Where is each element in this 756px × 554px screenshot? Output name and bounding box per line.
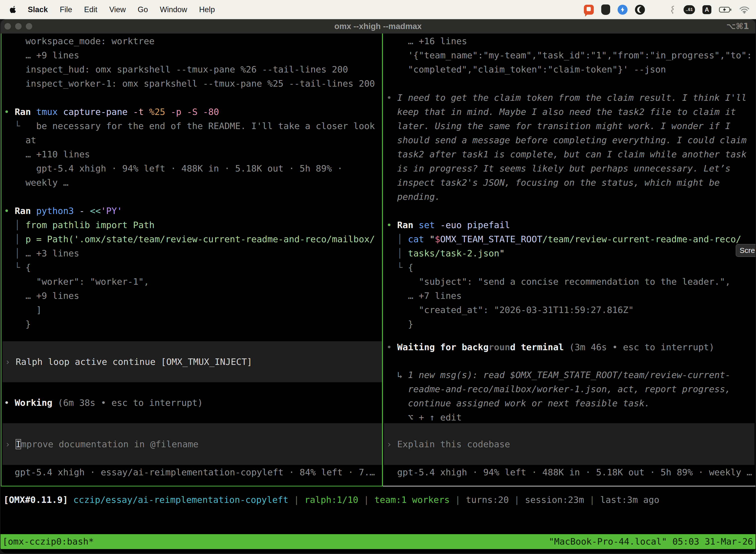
- battery-charging-icon[interactable]: [719, 6, 732, 13]
- titlebar[interactable]: omx --xhigh --madmax ⌥⌘1: [0, 19, 756, 34]
- session-footer-left: gpt-5.4 xhigh · essay/ai-reimplementatio…: [1, 465, 382, 479]
- terminal-row: ↳ 1 new msg(s): read $OMX_TEAM_STATE_ROO…: [386, 368, 756, 382]
- terminal-row: [386, 76, 756, 91]
- terminal-row: "worker": "worker-1",: [4, 275, 382, 289]
- pane-border-left: [1, 34, 1, 487]
- badge-61-icon[interactable]: ..61: [684, 5, 695, 14]
- terminal-row: }: [386, 317, 756, 331]
- terminal-row: [386, 204, 756, 218]
- terminal-row: … +9 lines: [4, 48, 382, 62]
- terminal-row: ⌥ + ↑ edit: [386, 410, 756, 425]
- waiting-status: • Waiting for background terminal (3m 46…: [384, 340, 756, 354]
- shield-grid-icon[interactable]: [601, 4, 610, 15]
- terminal-row: • I need to get the claim token from the…: [386, 91, 756, 105]
- messenger-bolt-icon[interactable]: [618, 5, 628, 15]
- terminal-window: omx --xhigh --madmax ⌥⌘1 workspace_mode:…: [0, 19, 756, 553]
- tmux-status-bar: [omx-cczip0:bash* "MacBook-Pro-44.local"…: [0, 534, 756, 549]
- terminal-row: │ from pathlib import Path: [4, 218, 382, 232]
- close-button[interactable]: [4, 23, 11, 30]
- terminal-row: │ … +3 lines: [4, 246, 382, 260]
- terminal-row: [4, 91, 382, 105]
- terminal-row: "completed","claim_token":"claim-token"}…: [386, 62, 756, 76]
- wifi-icon[interactable]: [739, 6, 750, 14]
- terminal-row: … +9 lines: [4, 289, 382, 303]
- terminal-row: └ {: [4, 260, 382, 275]
- working-status: • Working (6m 38s • esc to interrupt): [1, 396, 382, 410]
- window-shortcut: ⌥⌘1: [726, 19, 749, 34]
- apple-logo-icon[interactable]: [9, 5, 17, 14]
- terminal-row: pending.: [386, 189, 756, 204]
- minimize-button[interactable]: [15, 23, 21, 30]
- terminal-row: └ {: [386, 260, 756, 275]
- terminal-row: … +110 lines: [4, 147, 382, 161]
- terminal-row: │ p = Path('.omx/state/team/review-curre…: [4, 232, 382, 246]
- terminal: workspace_mode: worktree … +9 lines insp…: [0, 34, 756, 553]
- terminal-row: inspect task2's JSON, focusing on the st…: [386, 175, 756, 189]
- pane-right[interactable]: … +16 lines '{"team_name":"my-team","tas…: [384, 34, 756, 486]
- chat-app-icon[interactable]: [584, 5, 594, 15]
- prompt-input-left[interactable]: › Improve documentation in @filename: [2, 423, 382, 465]
- desktop: SlackFileEditViewGoWindowHelp ..61A omx …: [0, 0, 756, 554]
- terminal-row: workspace_mode: worktree: [4, 34, 382, 48]
- terminal-row: "subject": "send a concise recommendatio…: [386, 275, 756, 289]
- terminal-row: … +7 lines: [386, 289, 756, 303]
- tmux-host-clock: "MacBook-Pro-44.local" 05:03 31-Mar-26: [549, 534, 753, 549]
- terminal-row: └ be necessary for the end of the README…: [4, 119, 382, 133]
- traffic-lights: [4, 23, 32, 30]
- seahorse-icon[interactable]: [670, 5, 676, 15]
- terminal-row: inspect_worker-1: omx sparkshell --tmux-…: [4, 76, 382, 91]
- session-footer-right: gpt-5.4 xhigh · 94% left · 488K in · 5.1…: [384, 465, 756, 479]
- pane-right-bottom-border: [383, 486, 756, 487]
- terminal-row: should send a message before completing …: [386, 133, 756, 147]
- zoom-button[interactable]: [26, 23, 32, 30]
- terminal-row: }: [4, 317, 382, 331]
- menu-edit[interactable]: Edit: [84, 5, 97, 14]
- terminal-row: gpt-5.4 xhigh · 94% left · 488K in · 5.1…: [4, 161, 382, 175]
- terminal-row: task2 after task1 is complete, but can I…: [386, 147, 756, 161]
- menu-file[interactable]: File: [60, 5, 72, 14]
- menu-status-icons: ..61A: [584, 4, 756, 15]
- terminal-row: "created_at": "2026-03-31T11:59:27.816Z": [386, 303, 756, 317]
- terminal-row: • Ran python3 - <<'PY': [4, 204, 382, 218]
- pie-chart-icon[interactable]: [635, 5, 645, 15]
- terminal-row: • Ran set -euo pipefail: [386, 218, 756, 232]
- terminal-row: [4, 189, 382, 204]
- mailbox-hint: ↳ 1 new msg(s): read $OMX_TEAM_STATE_ROO…: [384, 368, 756, 425]
- menu-help[interactable]: Help: [199, 5, 215, 14]
- terminal-row: '{"team_name":"my-team","task_id":"1","f…: [386, 48, 756, 62]
- terminal-row: keep that in mind. Maybe I also need the…: [386, 105, 756, 119]
- input-source-a-icon[interactable]: A: [702, 5, 711, 14]
- terminal-row: continue assigned work or next feasible …: [386, 396, 756, 410]
- ralph-loop-banner: › Ralph loop active continue [OMX_TMUX_I…: [2, 341, 382, 382]
- pane-divider[interactable]: [382, 34, 383, 487]
- terminal-row: weekly …: [4, 175, 382, 189]
- pane-left-scrollback: workspace_mode: worktree … +9 lines insp…: [1, 34, 382, 331]
- terminal-row: readme-and-reco/mailbox/worker-1.json, a…: [386, 382, 756, 396]
- menu-view[interactable]: View: [109, 5, 126, 14]
- terminal-row: … +16 lines: [386, 34, 756, 48]
- terminal-row: is in progress? It seems likely but perh…: [386, 161, 756, 175]
- terminal-row: inspect_hud: omx sparkshell --tmux-pane …: [4, 62, 382, 76]
- menu-slack[interactable]: Slack: [28, 5, 48, 14]
- terminal-row: ]: [4, 303, 382, 317]
- dots-grid-icon[interactable]: [652, 5, 662, 15]
- tmux-session-label: [omx-cczip0:bash*: [2, 534, 94, 549]
- terminal-row: • Ran tmux capture-pane -t %25 -p -S -80: [4, 105, 382, 119]
- terminal-row: │ cat "$OMX_TEAM_STATE_ROOT/team/review-…: [386, 232, 756, 246]
- omx-status-line: [OMX#0.11.9] cczip/essay/ai-reimplementa…: [3, 493, 756, 507]
- pane-right-scrollback: … +16 lines '{"team_name":"my-team","tas…: [384, 34, 756, 331]
- pane-left[interactable]: workspace_mode: worktree … +9 lines insp…: [1, 34, 382, 486]
- app-menus: SlackFileEditViewGoWindowHelp: [28, 5, 215, 14]
- menu-window[interactable]: Window: [160, 5, 187, 14]
- menu-go[interactable]: Go: [138, 5, 148, 14]
- terminal-row: later. Using the same for transition mig…: [386, 119, 756, 133]
- pane-left-bottom-border: [1, 486, 383, 487]
- terminal-row: │ tasks/task-2.json": [386, 246, 756, 260]
- window-title: omx --xhigh --madmax: [334, 19, 422, 34]
- menu-bar: SlackFileEditViewGoWindowHelp ..61A: [0, 0, 756, 19]
- screen-tooltip: Scre: [736, 244, 756, 257]
- terminal-row: at: [4, 133, 382, 147]
- prompt-input-right[interactable]: › Explain this codebase: [384, 423, 755, 465]
